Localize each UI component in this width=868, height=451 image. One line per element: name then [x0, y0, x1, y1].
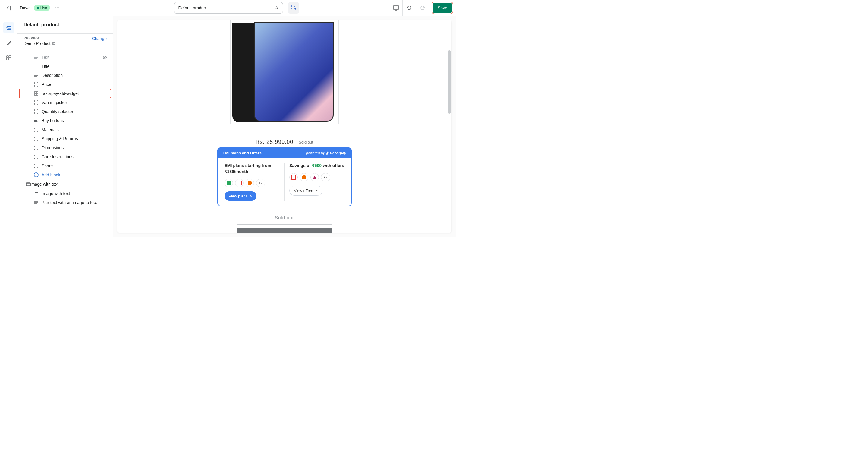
lines-icon — [33, 200, 39, 206]
preview-scrollbar[interactable] — [448, 50, 451, 114]
viewport-toggle[interactable] — [390, 0, 403, 16]
left-rail — [0, 16, 18, 237]
view-offers-button[interactable]: View offers — [289, 186, 322, 196]
block-buy-buttons[interactable]: Buy buttons — [19, 116, 111, 125]
preview-area: Rs. 25,999.00 Sold out EMI plans and Off… — [113, 16, 456, 237]
lines-icon — [33, 54, 39, 60]
section-icon — [26, 182, 30, 186]
block-dimensions[interactable]: Dimensions — [19, 143, 111, 152]
emi-offers-title: Savings of ₹500 with offers — [289, 163, 344, 169]
add-block-button[interactable]: Add block — [19, 170, 111, 179]
title-icon — [33, 63, 39, 69]
block-shipping-returns[interactable]: Shipping & Returns — [19, 134, 111, 143]
save-button[interactable]: Save — [433, 3, 452, 13]
section-block-pair-text[interactable]: Pair text with an image to foc… — [19, 198, 111, 207]
frame-icon — [33, 127, 39, 133]
emi-plans-title: EMI plans starting from ₹189/month — [224, 163, 280, 175]
svg-rect-9 — [9, 56, 11, 58]
preview-label: PREVIEW — [24, 36, 56, 40]
block-text[interactable]: Text — [19, 53, 111, 62]
section-picker-button[interactable] — [288, 2, 299, 13]
block-title[interactable]: Title — [19, 62, 111, 71]
product-image-frame — [230, 20, 339, 124]
svg-rect-14 — [34, 94, 36, 95]
svg-rect-7 — [7, 29, 11, 30]
view-plans-button[interactable]: View plans — [224, 191, 257, 201]
block-share[interactable]: Share — [19, 161, 111, 170]
app-block-icon — [33, 90, 39, 96]
bank-icon — [300, 173, 308, 181]
bank-icon — [310, 173, 319, 181]
theme-settings-rail-icon[interactable] — [3, 37, 14, 49]
block-razorpay-widget[interactable]: razorpay-afd-widget — [19, 89, 111, 98]
undo-button[interactable] — [403, 0, 416, 16]
app-embeds-rail-icon[interactable] — [3, 52, 14, 64]
more-banks-chip: +7 — [256, 179, 266, 187]
exit-editor-button[interactable] — [4, 2, 14, 13]
block-price[interactable]: Price — [19, 80, 111, 89]
svg-rect-4 — [393, 6, 399, 9]
frame-icon — [33, 145, 39, 151]
sidebar-panel: Default product PREVIEW Demo Product Cha… — [18, 16, 113, 237]
bank-icon — [224, 179, 233, 187]
svg-rect-15 — [36, 94, 38, 95]
svg-rect-6 — [7, 27, 11, 28]
preview-product-link[interactable]: Demo Product — [24, 41, 56, 46]
template-selector-label: Default product — [179, 5, 207, 10]
frame-icon — [33, 154, 39, 160]
block-list: Text Title Description Price razorpay-af… — [18, 50, 113, 210]
svg-rect-13 — [36, 92, 38, 93]
svg-rect-5 — [7, 26, 11, 27]
svg-point-0 — [55, 7, 56, 8]
template-selector[interactable]: Default product — [174, 2, 283, 13]
live-badge: Live — [34, 5, 50, 11]
frame-icon — [33, 99, 39, 106]
topbar: Dawn Live Default product Save — [0, 0, 456, 16]
product-price: Rs. 25,999.00 — [255, 139, 293, 145]
change-preview-link[interactable]: Change — [92, 36, 107, 41]
bank-icon — [289, 173, 298, 181]
svg-rect-10 — [7, 58, 8, 60]
block-quantity-selector[interactable]: Quantity selector — [19, 107, 111, 116]
sections-rail-icon[interactable] — [3, 22, 14, 33]
emi-powered-by: powered by Razorpay — [306, 151, 346, 155]
block-variant-picker[interactable]: Variant picker — [19, 98, 111, 107]
frame-icon — [33, 109, 39, 115]
emi-header-title: EMI plans and Offers — [223, 151, 261, 155]
add-to-cart-button: Sold out — [237, 210, 332, 224]
svg-rect-8 — [7, 56, 8, 58]
chevron-right-icon — [315, 189, 318, 192]
more-actions-button[interactable] — [53, 4, 61, 12]
buy-it-now-button: Buy it now — [237, 228, 332, 233]
offer-bank-icons: +2 — [289, 173, 344, 181]
product-image — [231, 21, 338, 124]
chevron-down-icon — [275, 6, 278, 10]
redo-button — [416, 0, 429, 16]
theme-name: Dawn — [20, 5, 31, 10]
title-icon — [33, 190, 39, 197]
frame-icon — [33, 136, 39, 142]
block-description[interactable]: Description — [19, 71, 111, 80]
buy-icon — [33, 118, 39, 124]
block-care-instructions[interactable]: Care Instructions — [19, 152, 111, 161]
svg-rect-18 — [26, 183, 30, 186]
more-offers-chip: +2 — [321, 173, 330, 181]
section-image-with-text[interactable]: Image with text — [19, 179, 111, 189]
preview-canvas[interactable]: Rs. 25,999.00 Sold out EMI plans and Off… — [117, 20, 452, 233]
bank-icon — [246, 179, 254, 187]
svg-rect-12 — [34, 92, 36, 93]
section-block-image-with-text[interactable]: Image with text — [19, 189, 111, 198]
razorpay-emi-widget: EMI plans and Offers powered by Razorpay… — [217, 147, 352, 206]
lines-icon — [33, 72, 39, 79]
svg-point-1 — [57, 7, 58, 8]
sold-out-badge: Sold out — [299, 140, 313, 144]
svg-point-2 — [58, 7, 59, 8]
frame-icon — [33, 163, 39, 169]
chevron-right-icon — [249, 195, 252, 198]
external-link-icon — [52, 41, 56, 45]
panel-title: Default product — [24, 22, 107, 27]
bank-icon — [235, 179, 244, 187]
emi-bank-icons: +7 — [224, 179, 280, 187]
block-materials[interactable]: Materials — [19, 125, 111, 134]
plus-circle-icon — [33, 172, 39, 178]
